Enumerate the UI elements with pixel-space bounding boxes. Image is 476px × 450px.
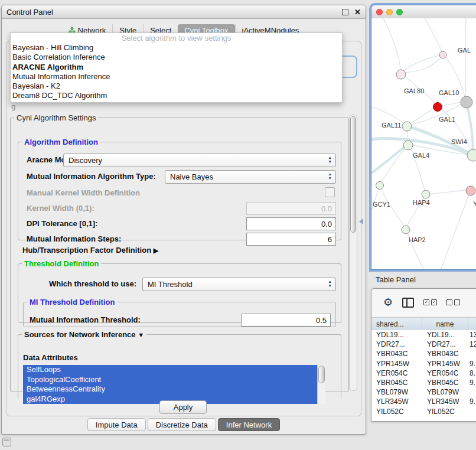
unselect-all-icon[interactable] bbox=[446, 299, 460, 305]
table-row[interactable]: YIL052C YIL052C bbox=[371, 407, 476, 416]
which-threshold-value: MI Threshold bbox=[148, 280, 193, 289]
table-row[interactable]: YLR345W YLR345W 9. bbox=[371, 397, 476, 406]
node-gal80[interactable] bbox=[396, 70, 406, 79]
algorithm-option[interactable]: Mutual Information Inference bbox=[11, 72, 342, 81]
minimize-traffic-icon[interactable] bbox=[386, 9, 393, 15]
splitter-collapse-handle[interactable] bbox=[359, 219, 363, 224]
column-header-shared-name[interactable]: shared... bbox=[371, 318, 422, 330]
sources-legend[interactable]: Sources for Network Inference ▼ bbox=[22, 330, 146, 339]
node-label: GAL4 bbox=[413, 152, 429, 159]
cell-name: YBR045C bbox=[422, 379, 468, 387]
cyni-algorithm-settings-legend: Cyni Algorithm Settings bbox=[14, 113, 98, 122]
which-threshold-select[interactable]: MI Threshold ▲▼ bbox=[142, 278, 336, 291]
cell-name: YDR27... bbox=[422, 340, 468, 348]
unchecked-box-icon bbox=[454, 299, 460, 305]
manual-kernel-label: Manual Kernel Width Definition bbox=[27, 188, 140, 197]
node-gal4[interactable] bbox=[403, 141, 413, 150]
table-row[interactable]: YBR045C YBR045C 9. bbox=[371, 378, 476, 387]
cell-shared: YDL19... bbox=[371, 331, 422, 339]
chevron-down-icon: ▼ bbox=[138, 331, 144, 338]
window-title: Control Panel bbox=[6, 8, 53, 17]
network-graph: GAL GAL80 GAL10 GAL11 GAL1 SWI4 GAL4 GCY… bbox=[371, 18, 476, 269]
mi-steps-input[interactable]: 6 bbox=[246, 233, 336, 246]
settings-scrollbar-thumb[interactable] bbox=[350, 116, 356, 233]
table-toolbar: ⚙ ✓✓ bbox=[371, 289, 476, 316]
dpi-tolerance-input[interactable]: 0.0 bbox=[246, 217, 336, 230]
network-canvas[interactable]: GAL GAL80 GAL10 GAL11 GAL1 SWI4 GAL4 GCY… bbox=[371, 18, 476, 269]
node-label: GAL80 bbox=[404, 87, 424, 94]
node-hap2[interactable] bbox=[402, 226, 410, 234]
algorithm-option[interactable]: Bayesian - Hill Climbing bbox=[11, 43, 342, 53]
node-label: GAL11 bbox=[382, 122, 401, 129]
list-item[interactable]: BetweennessCentrality bbox=[23, 384, 318, 394]
mi-threshold-input[interactable]: 0.5 bbox=[241, 314, 331, 327]
node-gray[interactable] bbox=[461, 96, 472, 108]
node-hap4[interactable] bbox=[422, 190, 430, 198]
cyni-algorithm-settings-group: Cyni Algorithm Settings Algorithm Defini… bbox=[10, 113, 349, 392]
data-attributes-list: SelfLoops TopologicalCoefficient Between… bbox=[23, 365, 325, 404]
algorithm-placeholder: Select algorithm to view settings bbox=[11, 34, 342, 43]
tab-impute-data[interactable]: Impute Data bbox=[87, 418, 146, 431]
aracne-mode-select[interactable]: Discovery ▲▼ bbox=[63, 154, 336, 167]
select-all-icon[interactable]: ✓✓ bbox=[423, 299, 437, 305]
node-gcy1[interactable] bbox=[376, 182, 384, 190]
list-scrollbar[interactable] bbox=[317, 365, 325, 404]
control-panel-titlebar[interactable]: Control Panel ✕ bbox=[2, 5, 366, 19]
sources-group: Sources for Network Inference ▼ Data Att… bbox=[18, 330, 341, 399]
gear-icon[interactable]: ⚙ bbox=[383, 297, 393, 308]
table-panel-window: ⚙ ✓✓ shared... name YDL19... YDL19... 13… bbox=[371, 288, 476, 422]
show-columns-icon[interactable] bbox=[402, 298, 414, 308]
node-gal11[interactable] bbox=[402, 122, 412, 131]
tab-infer-network[interactable]: Infer Network bbox=[218, 418, 280, 431]
network-window-titlebar[interactable] bbox=[371, 5, 476, 19]
checked-box-icon: ✓ bbox=[431, 299, 437, 305]
table-row[interactable]: YBR043C YBR043C bbox=[371, 349, 476, 358]
float-window-icon[interactable] bbox=[342, 9, 348, 15]
algorithm-option[interactable]: Dream8 DC_TDC Algorithm bbox=[11, 91, 342, 100]
close-icon[interactable]: ✕ bbox=[354, 8, 361, 17]
table-panel-title: Table Panel bbox=[376, 275, 416, 284]
bottom-tabbar: Impute Data Discretize Data Infer Networ… bbox=[2, 418, 366, 431]
algorithm-option[interactable]: Bayesian - K2 bbox=[11, 81, 342, 91]
list-item[interactable]: SelfLoops bbox=[23, 365, 318, 375]
cell-name: YER054C bbox=[422, 369, 468, 377]
cell-extra: 12 bbox=[468, 340, 476, 348]
table-header-row: shared... name bbox=[371, 317, 476, 331]
algorithm-option[interactable]: Basic Correlation Inference bbox=[11, 53, 342, 62]
table-row[interactable]: YPR145W YPR145W 9. bbox=[371, 359, 476, 369]
cell-name: YDL19... bbox=[422, 331, 468, 339]
column-header-clipped[interactable] bbox=[468, 318, 476, 330]
minimized-panel-button[interactable] bbox=[2, 438, 11, 446]
table-row[interactable]: YBL079W YBL079W bbox=[371, 387, 476, 397]
cell-extra: 9. bbox=[468, 360, 476, 368]
mi-threshold-definition-legend: MI Threshold Definition bbox=[27, 298, 117, 306]
algorithm-option-selected[interactable]: ARACNE Algorithm bbox=[11, 63, 342, 72]
combo-arrows-icon: ▲▼ bbox=[328, 280, 332, 288]
close-traffic-icon[interactable] bbox=[376, 9, 383, 15]
list-scrollbar-thumb[interactable] bbox=[318, 366, 325, 383]
node-pink[interactable] bbox=[466, 186, 475, 195]
zoom-traffic-icon[interactable] bbox=[396, 9, 403, 15]
table-row[interactable]: YDR27... YDR27... 12 bbox=[371, 340, 476, 349]
mi-threshold-definition-group: MI Threshold Definition Mutual Informati… bbox=[23, 298, 336, 327]
algorithm-definition-legend: Algorithm Definition bbox=[22, 138, 100, 146]
node-label: SWI4 bbox=[451, 138, 467, 145]
node[interactable] bbox=[439, 51, 446, 58]
column-header-name[interactable]: name bbox=[422, 318, 468, 330]
settings-scrollbar[interactable] bbox=[349, 115, 357, 391]
apply-button[interactable]: Apply bbox=[159, 400, 207, 414]
node-gal10-highlighted[interactable] bbox=[433, 103, 442, 112]
node-label: HAP4 bbox=[413, 199, 430, 206]
cell-shared: YPR145W bbox=[371, 360, 422, 368]
tab-discretize-data[interactable]: Discretize Data bbox=[148, 418, 216, 431]
table-row[interactable]: YER054C YER054C 8. bbox=[371, 369, 476, 378]
node-swi4[interactable] bbox=[467, 149, 476, 161]
hub-definition-expander[interactable]: Hub/Transcription Factor Definition ▶ bbox=[22, 246, 158, 255]
kernel-width-input[interactable]: 0.0 bbox=[246, 202, 336, 215]
mi-type-select[interactable]: Naive Bayes ▲▼ bbox=[165, 170, 336, 184]
cell-extra: 8. bbox=[468, 369, 476, 377]
list-item[interactable]: TopologicalCoefficient bbox=[23, 375, 318, 385]
table-body: YDL19... YDL19... 13 YDR27... YDR27... 1… bbox=[371, 330, 476, 421]
table-row[interactable]: YDL19... YDL19... 13 bbox=[371, 330, 476, 340]
manual-kernel-checkbox[interactable] bbox=[325, 187, 335, 197]
